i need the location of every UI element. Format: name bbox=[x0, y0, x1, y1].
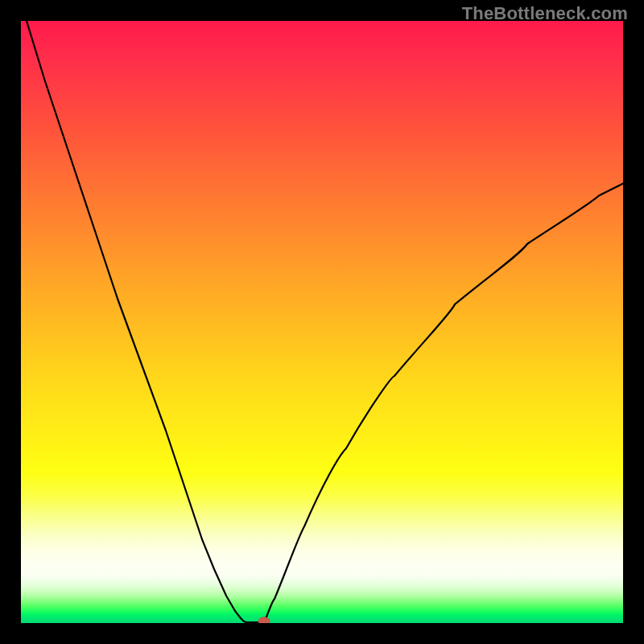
bottleneck-curve bbox=[21, 21, 623, 623]
curve-left-branch bbox=[27, 21, 246, 622]
attribution-text: TheBottleneck.com bbox=[462, 3, 628, 24]
curve-right-branch bbox=[264, 184, 623, 622]
chart-stage: TheBottleneck.com bbox=[0, 0, 644, 644]
plot-area bbox=[21, 21, 623, 623]
optimum-marker bbox=[258, 617, 270, 624]
